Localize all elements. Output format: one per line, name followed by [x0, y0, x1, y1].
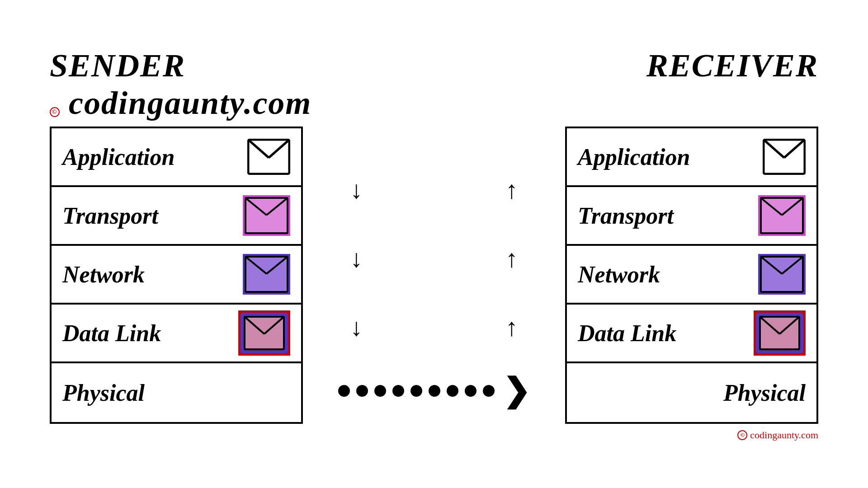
sender-physical-label: Physical — [62, 380, 145, 406]
diagram-area: Application Transport — [23, 127, 845, 424]
arrow-down-3: ↓ — [350, 313, 363, 342]
sender-transport-layer: Transport — [52, 187, 301, 246]
receiver-datalink-envelope — [754, 310, 806, 356]
physical-dotted-row: ❯ — [303, 361, 565, 420]
arrow-down-2: ↓ — [350, 244, 363, 273]
sender-datalink-layer: Data Link — [52, 305, 301, 363]
sender-title-block: SENDER © codingaunty.com — [50, 47, 311, 122]
receiver-application-label: Application — [578, 144, 690, 170]
dot-1 — [338, 385, 350, 397]
dot-3 — [374, 385, 386, 397]
up-arrows-col: ↑ ↑ ↑ — [505, 127, 518, 361]
receiver-transport-label: Transport — [578, 202, 674, 229]
receiver-application-envelope — [763, 139, 806, 175]
receiver-title: RECEIVER — [646, 47, 818, 84]
sender-network-label: Network — [62, 261, 145, 288]
arrow-up-1: ↑ — [505, 176, 518, 204]
receiver-network-layer: Network — [567, 246, 816, 305]
receiver-stack: Application Transport — [565, 127, 818, 424]
sender-application-layer: Application — [52, 128, 301, 187]
receiver-network-envelope — [758, 254, 806, 295]
sender-network-layer: Network — [52, 246, 301, 305]
receiver-copyright-block: © codingaunty.com — [23, 426, 845, 441]
sender-datalink-label: Data Link — [62, 320, 161, 347]
sender-application-envelope — [247, 139, 290, 175]
receiver-network-label: Network — [578, 261, 660, 288]
main-container: SENDER © codingaunty.com RECEIVER Applic… — [23, 27, 845, 461]
copyright-icon-sender: © — [50, 107, 60, 117]
dot-9 — [483, 385, 495, 397]
arrow-up-2: ↑ — [505, 244, 518, 273]
down-arrows-col: ↓ ↓ ↓ — [350, 127, 363, 361]
sender-network-envelope — [243, 254, 290, 295]
receiver-transport-envelope — [758, 195, 806, 236]
sender-copyright: © codingaunty.com — [50, 84, 311, 122]
dot-5 — [410, 385, 422, 397]
arrow-right-large: ❯ — [503, 375, 530, 407]
receiver-physical-layer: Physical — [567, 363, 816, 422]
receiver-title-block: RECEIVER — [646, 47, 818, 122]
receiver-datalink-label: Data Link — [578, 320, 676, 347]
arrows-area: ↓ ↓ ↓ ↑ ↑ ↑ — [303, 127, 565, 361]
receiver-copyright: © codingaunty.com — [737, 429, 818, 441]
sender-datalink-envelope — [238, 310, 290, 356]
receiver-transport-layer: Transport — [567, 187, 816, 246]
sender-physical-layer: Physical — [52, 363, 301, 422]
copyright-icon-receiver: © — [737, 430, 747, 440]
dot-4 — [392, 385, 404, 397]
dot-2 — [356, 385, 368, 397]
sender-transport-label: Transport — [62, 202, 158, 229]
sender-title: SENDER — [50, 47, 311, 84]
dot-7 — [447, 385, 458, 397]
dot-6 — [429, 385, 440, 397]
arrow-down-1: ↓ — [350, 176, 363, 204]
arrow-up-3: ↑ — [505, 313, 518, 342]
receiver-datalink-layer: Data Link — [567, 305, 816, 363]
sender-transport-envelope — [243, 195, 290, 236]
receiver-physical-label: Physical — [723, 380, 806, 406]
middle-arrows: ↓ ↓ ↓ ↑ ↑ ↑ — [303, 127, 565, 420]
sender-stack: Application Transport — [50, 127, 303, 424]
headers-row: SENDER © codingaunty.com RECEIVER — [23, 47, 845, 122]
sender-application-label: Application — [62, 144, 175, 170]
receiver-application-layer: Application — [567, 128, 816, 187]
dot-8 — [465, 385, 476, 397]
